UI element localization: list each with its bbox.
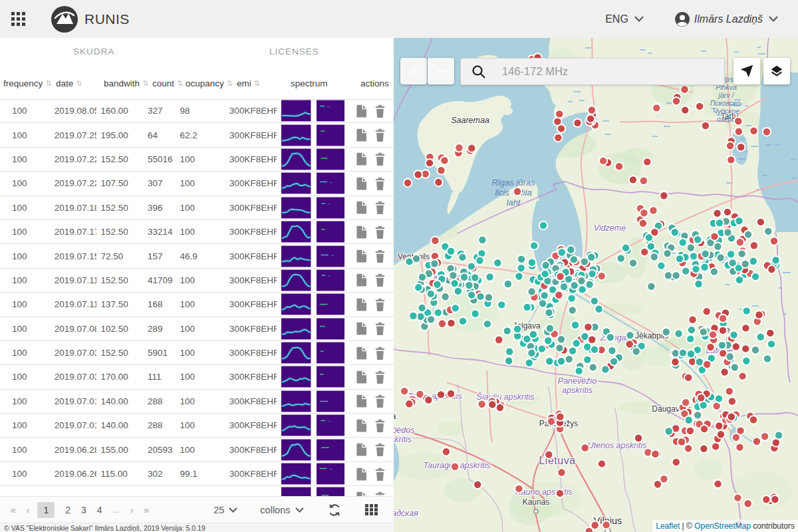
open-record-button[interactable] (356, 322, 367, 335)
spectrum-thumbnail[interactable] (281, 221, 311, 243)
map-marker-teal[interactable] (565, 355, 573, 363)
table-row[interactable]: 1002019.07.01140.00288100300KF8EHF (0, 390, 394, 414)
map-marker-red[interactable] (660, 192, 668, 200)
waterfall-thumbnail[interactable] (317, 172, 345, 194)
map-marker-red[interactable] (727, 156, 735, 164)
map-marker-teal[interactable] (471, 273, 479, 281)
map-marker-teal[interactable] (449, 271, 457, 279)
map-marker-red[interactable] (629, 176, 637, 184)
map-marker-red[interactable] (588, 336, 596, 344)
map-marker-teal[interactable] (504, 280, 512, 288)
spectrum-thumbnail[interactable] (281, 366, 311, 388)
map-marker-teal[interactable] (588, 270, 596, 278)
map-marker-teal[interactable] (662, 328, 670, 336)
map-marker-teal[interactable] (485, 293, 493, 301)
waterfall-thumbnail[interactable] (317, 245, 345, 267)
delete-record-button[interactable] (374, 128, 386, 142)
map-marker-red[interactable] (639, 219, 647, 227)
waterfall-thumbnail[interactable] (317, 318, 345, 340)
delete-record-button[interactable] (374, 491, 386, 496)
map-marker-teal[interactable] (685, 416, 693, 424)
map-marker-teal[interactable] (672, 271, 680, 279)
delete-record-button[interactable] (374, 177, 386, 190)
map-marker-teal[interactable] (412, 255, 420, 263)
sort-icon[interactable]: ⇅ (142, 79, 148, 88)
map-marker-teal[interactable] (700, 263, 708, 271)
map-marker-red[interactable] (555, 291, 563, 299)
map-marker-red[interactable] (680, 85, 688, 93)
map-marker-teal[interactable] (726, 352, 734, 360)
map-marker-teal[interactable] (622, 244, 630, 252)
map-marker-red[interactable] (672, 97, 680, 105)
map-marker-teal[interactable] (581, 257, 589, 265)
map-marker-red[interactable] (720, 368, 728, 376)
map-marker-teal[interactable] (527, 287, 535, 295)
table-row[interactable] (0, 486, 394, 496)
map-marker-teal[interactable] (767, 340, 775, 348)
delete-record-button[interactable] (374, 346, 386, 360)
map-container[interactable]: SaaremaaTartuRīgas jūraslīcis - Riialaht… (394, 38, 798, 532)
sort-icon[interactable]: ⇅ (45, 79, 51, 88)
map-marker-teal[interactable] (539, 299, 547, 307)
delete-record-button[interactable] (374, 201, 386, 214)
map-marker-red[interactable] (640, 248, 648, 256)
map-marker-red[interactable] (728, 397, 736, 405)
waterfall-thumbnail[interactable] (317, 366, 345, 388)
map-marker-teal[interactable] (606, 333, 614, 341)
table-row[interactable]: 1002019.07.22107.50307100300KF8EHF (0, 172, 394, 196)
map-marker-red[interactable] (447, 319, 455, 327)
sort-icon[interactable]: ⇅ (254, 79, 260, 88)
map-marker-teal[interactable] (544, 336, 552, 344)
app-logo[interactable]: RUNIS (51, 5, 130, 33)
map-marker-red[interactable] (757, 218, 765, 226)
map-marker-red[interactable] (726, 387, 733, 395)
map-marker-red[interactable] (447, 390, 455, 398)
map-marker-teal[interactable] (595, 305, 602, 313)
waterfall-thumbnail[interactable] (317, 269, 345, 291)
map-marker-red[interactable] (496, 404, 504, 412)
map-marker-red[interactable] (513, 188, 521, 196)
map-marker-red[interactable] (671, 358, 679, 366)
map-marker-red[interactable] (686, 427, 694, 435)
delete-record-button[interactable] (374, 370, 386, 384)
map-marker-teal[interactable] (560, 283, 568, 291)
map-marker-teal[interactable] (545, 357, 553, 365)
waterfall-thumbnail[interactable] (317, 487, 345, 496)
map-marker-teal[interactable] (568, 294, 576, 302)
page-size-select[interactable]: 25 (213, 505, 237, 515)
map-marker-teal[interactable] (451, 279, 459, 287)
map-marker-teal[interactable] (657, 261, 665, 269)
map-marker-red[interactable] (437, 166, 445, 174)
map-marker-teal[interactable] (729, 259, 737, 267)
map-marker-teal[interactable] (460, 273, 468, 281)
map-marker-teal[interactable] (517, 264, 525, 272)
map-marker-teal[interactable] (567, 245, 575, 253)
map-marker-red[interactable] (700, 445, 708, 453)
spectrum-thumbnail[interactable] (281, 269, 311, 291)
waterfall-thumbnail[interactable] (317, 414, 345, 436)
map-marker-teal[interactable] (629, 259, 637, 267)
map-marker-teal[interactable] (763, 354, 771, 362)
map-marker-teal[interactable] (731, 363, 739, 371)
open-record-button[interactable] (356, 467, 367, 481)
map-marker-teal[interactable] (476, 293, 484, 301)
map-marker-red[interactable] (672, 458, 680, 466)
map-marker-red[interactable] (581, 444, 589, 452)
spectrum-thumbnail[interactable] (281, 148, 311, 170)
map-marker-teal[interactable] (530, 241, 538, 249)
map-marker-teal[interactable] (430, 259, 438, 267)
map-marker-teal[interactable] (525, 359, 533, 367)
table-row[interactable]: 1002019.07.11137.50168100300KF8EHF (0, 293, 394, 317)
map-marker-teal[interactable] (454, 287, 462, 295)
table-row[interactable]: 1002019.06.26115.0030299.1300KF8EHF (0, 462, 394, 486)
open-record-button[interactable] (356, 104, 367, 118)
map-marker-red[interactable] (750, 241, 758, 249)
user-menu[interactable]: Ilmārs Lazdiņš (674, 11, 778, 27)
spectrum-thumbnail[interactable] (281, 293, 311, 315)
map-marker-red[interactable] (473, 481, 481, 489)
map-marker-red[interactable] (737, 143, 745, 151)
map-marker-red[interactable] (587, 114, 595, 122)
map-marker-teal[interactable] (433, 281, 441, 289)
map-marker-red[interactable] (588, 106, 596, 114)
map-marker-teal[interactable] (714, 243, 722, 251)
